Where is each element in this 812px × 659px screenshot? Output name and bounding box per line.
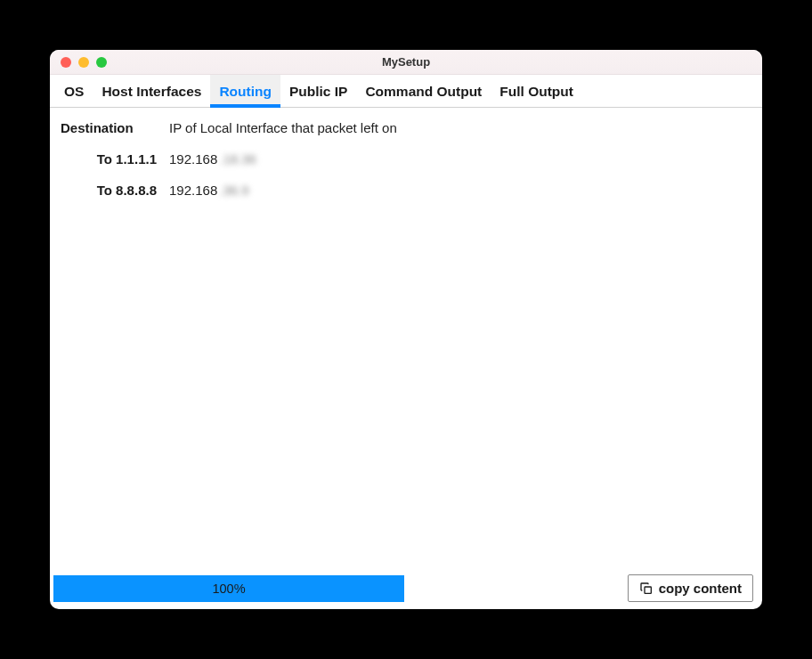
maximize-window-button[interactable]: [96, 57, 107, 68]
app-window: MySetup OS Host Interfaces Routing Publi…: [50, 50, 762, 609]
routing-row-value: 192.168 .18.36: [169, 151, 751, 183]
tab-command-output[interactable]: Command Output: [356, 75, 491, 107]
copy-content-button[interactable]: copy content: [628, 574, 753, 602]
routing-row-value: 192.168 .36.9: [169, 183, 751, 214]
footer: 100% copy content: [50, 571, 762, 609]
copy-icon: [639, 582, 654, 596]
traffic-lights: [50, 57, 107, 68]
copy-content-label: copy content: [659, 581, 742, 596]
tab-public-ip[interactable]: Public IP: [280, 75, 356, 107]
routing-row-label: To 1.1.1.1: [61, 151, 157, 183]
ip-prefix: 192.168: [169, 151, 217, 167]
progress-text: 100%: [212, 582, 245, 596]
ip-suffix-blurred: .36.9: [219, 183, 248, 198]
column-header-destination: Destination: [61, 120, 157, 151]
tab-os[interactable]: OS: [55, 75, 93, 107]
svg-rect-0: [645, 587, 651, 593]
tab-full-output[interactable]: Full Output: [491, 75, 582, 107]
content-area: Destination IP of Local Interface that p…: [50, 108, 762, 571]
ip-prefix: 192.168: [169, 183, 217, 198]
progress-bar: 100%: [53, 575, 404, 602]
tab-routing[interactable]: Routing: [210, 75, 280, 107]
minimize-window-button[interactable]: [78, 57, 89, 68]
column-header-local-ip: IP of Local Interface that packet left o…: [169, 120, 751, 151]
routing-row-label: To 8.8.8.8: [61, 183, 157, 214]
close-window-button[interactable]: [61, 57, 71, 68]
ip-suffix-blurred: .18.36: [219, 151, 256, 167]
tab-host-interfaces[interactable]: Host Interfaces: [93, 75, 210, 107]
tab-bar: OS Host Interfaces Routing Public IP Com…: [50, 75, 762, 108]
window-title: MySetup: [50, 55, 762, 69]
routing-table: Destination IP of Local Interface that p…: [61, 120, 751, 214]
titlebar: MySetup: [50, 50, 762, 75]
